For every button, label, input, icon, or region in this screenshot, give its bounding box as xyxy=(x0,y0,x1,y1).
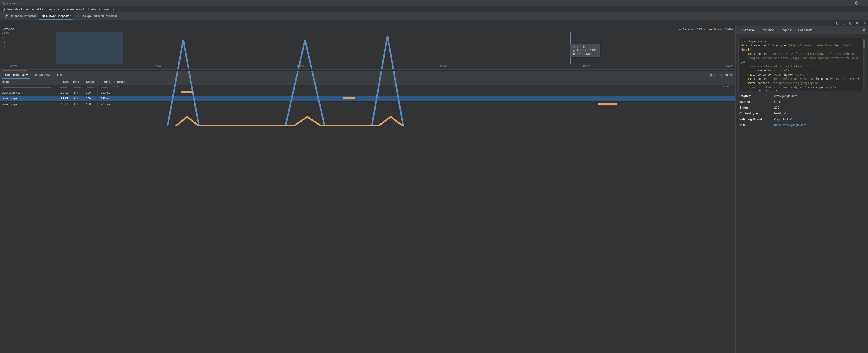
go-live-icon[interactable] xyxy=(862,21,866,25)
svg-point-0 xyxy=(856,3,857,3)
title-bar: App Inspection xyxy=(0,0,868,6)
svg-point-16 xyxy=(849,22,852,25)
tab-call-stack[interactable]: Call Stack xyxy=(795,26,815,34)
zoom-toolbar xyxy=(0,20,868,26)
kv-method-val: GET xyxy=(774,100,864,103)
zoom-in-icon[interactable] xyxy=(842,21,846,25)
code-scrollbar[interactable] xyxy=(863,39,865,90)
kv-ctype-key: Content type xyxy=(739,111,774,115)
code-scrollbar-thumb[interactable] xyxy=(863,39,865,49)
chart-tooltip: 00:26.092 Received: 0 KB/s Sent: 0 KB/s xyxy=(570,44,600,57)
th-timeline[interactable]: Timeline xyxy=(112,79,736,85)
cell-timeline xyxy=(112,90,736,96)
detail-tabs: Overview Response Request Call Stack xyxy=(736,26,868,34)
timeline-bar xyxy=(598,103,617,105)
globe-icon xyxy=(41,14,45,18)
legend-receiving: Receiving: 0 KB/s xyxy=(683,28,705,31)
kv-request-val: www.google.com xyxy=(774,94,864,98)
chevron-down-icon xyxy=(112,8,115,11)
tab-background-task-inspector[interactable]: Background Task Inspector xyxy=(73,12,120,20)
y-axis-labels: 40 KB/s 32 24 16 8 xyxy=(2,32,10,53)
tooltip-received: Received: 0 KB/s xyxy=(577,49,598,52)
tab-network-inspector[interactable]: Network Inspector xyxy=(39,12,73,20)
chart-title: NETWORK xyxy=(2,28,17,31)
svg-rect-18 xyxy=(857,23,858,24)
cell-timeline xyxy=(112,96,736,101)
detail-pane: Overview Response Request Call Stack <!d… xyxy=(736,26,868,353)
reset-zoom-icon[interactable] xyxy=(848,21,853,25)
svg-rect-2 xyxy=(3,8,5,10)
svg-point-3 xyxy=(6,14,8,15)
svg-rect-17 xyxy=(857,23,858,24)
inspector-tabs: Database Inspector Network Inspector Bac… xyxy=(0,12,868,20)
cell-timeline xyxy=(112,102,736,107)
chart-scrollbar-thumb[interactable] xyxy=(2,70,27,71)
tab-label: Database Inspector xyxy=(10,14,36,18)
zoom-out-icon[interactable] xyxy=(836,21,840,25)
kv-method-key: Method xyxy=(739,100,774,103)
timeline-bar xyxy=(343,97,355,99)
detail-properties: Request www.google.com Method GET Status… xyxy=(736,93,868,129)
gear-icon[interactable] xyxy=(855,1,859,5)
x-axis-labels: 05.000 10.000 15.000 20.000 25.000 30.00… xyxy=(10,65,733,68)
kv-url-key: URL xyxy=(739,123,774,127)
app-title: App Inspection xyxy=(2,1,22,5)
kv-thread-val: AsyncTask #1 xyxy=(774,117,864,121)
kv-request-key: Request xyxy=(739,94,774,98)
timeline-ticks: 10.000 15.000 xyxy=(112,85,736,88)
tooltip-sent: Sent: 0 KB/s xyxy=(577,52,592,56)
kv-thread-key: Initiating thread xyxy=(739,117,774,121)
tab-database-inspector[interactable]: Database Inspector xyxy=(2,12,39,20)
device-label: Resizable Experimental API Tiramisu > co… xyxy=(7,7,111,11)
tab-request[interactable]: Request xyxy=(777,26,795,34)
kv-url-val[interactable]: https://www.google.com xyxy=(774,123,864,127)
kv-status-val: 200 xyxy=(774,106,864,109)
network-chart[interactable]: NETWORK Receiving: 0 KB/s Sending: 0 KB/… xyxy=(0,26,736,69)
tab-label: Network Inspector xyxy=(46,14,70,18)
list-icon xyxy=(76,14,80,18)
device-icon xyxy=(2,8,6,11)
chart-legend: Receiving: 0 KB/s Sending: 0 KB/s xyxy=(679,28,733,31)
close-detail-icon[interactable] xyxy=(862,28,866,32)
chart-scrollbar[interactable] xyxy=(0,69,736,71)
database-icon xyxy=(5,14,8,18)
timeline-bar xyxy=(181,91,193,93)
tab-label: Background Task Inspector xyxy=(81,14,117,18)
legend-sending: Sending: 0 KB/s xyxy=(713,28,733,31)
minimize-icon[interactable] xyxy=(862,1,866,5)
device-selector[interactable]: Resizable Experimental API Tiramisu > co… xyxy=(0,6,868,12)
zoom-selection-icon[interactable] xyxy=(855,21,859,25)
kv-ctype-val: text/html xyxy=(774,111,864,115)
tooltip-time: 00:26.092 xyxy=(573,46,598,49)
tab-response[interactable]: Response xyxy=(757,26,777,34)
kv-status-key: Status xyxy=(739,106,774,109)
tab-overview[interactable]: Overview xyxy=(738,26,757,34)
response-preview[interactable]: <!doctype html> <html itemscope="" itemt… xyxy=(739,38,865,91)
